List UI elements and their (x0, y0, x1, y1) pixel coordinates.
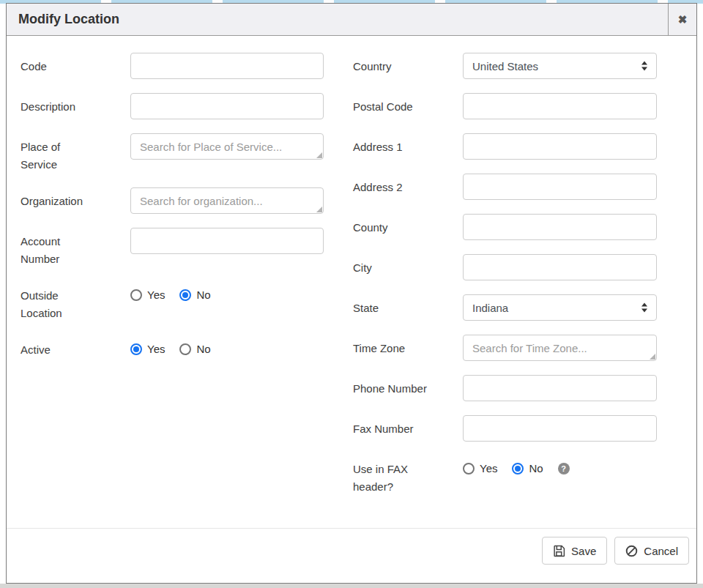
background-bottom-strip (0, 584, 703, 588)
use-in-fax-header-yes-radio[interactable] (463, 463, 475, 475)
floppy-save-icon (553, 545, 565, 557)
field-address1: Address 1 (353, 133, 657, 160)
description-label: Description (21, 93, 130, 116)
ban-cancel-icon (625, 545, 638, 557)
active-yes-label: Yes (147, 343, 165, 355)
active-label: Active (21, 336, 130, 359)
outside-location-no-option[interactable]: No (179, 289, 210, 301)
right-column: Country United States Postal Code (353, 53, 657, 528)
close-button[interactable]: ✖ (668, 4, 696, 35)
address1-label: Address 1 (353, 133, 463, 156)
dialog-header: Modify Location ✖ (7, 4, 696, 36)
select-caret-icon (641, 61, 648, 72)
field-description: Description (21, 93, 324, 119)
city-label: City (353, 254, 463, 277)
field-use-in-fax-header: Use in FAX header? Yes No ? (353, 455, 657, 496)
address2-input[interactable] (463, 174, 657, 200)
active-no-radio[interactable] (179, 343, 191, 355)
close-icon: ✖ (678, 13, 688, 26)
field-county: County (353, 214, 657, 240)
field-code: Code (21, 53, 324, 79)
phone-number-label: Phone Number (353, 375, 463, 398)
active-radio-group: Yes No (130, 343, 324, 355)
use-in-fax-header-no-option[interactable]: No (512, 462, 543, 475)
time-zone-search-input[interactable] (463, 335, 657, 361)
use-in-fax-header-yes-label: Yes (480, 462, 497, 475)
use-in-fax-header-no-label: No (529, 462, 543, 475)
country-select[interactable]: United States (463, 53, 657, 79)
select-caret-icon (641, 302, 648, 313)
state-select-value: Indiana (472, 302, 508, 314)
code-input[interactable] (130, 53, 324, 79)
use-in-fax-header-label: Use in FAX header? (353, 455, 463, 496)
field-postal-code: Postal Code (353, 93, 657, 119)
state-label: State (353, 294, 463, 317)
country-label: Country (353, 53, 463, 75)
outside-location-label: Outside Location (21, 282, 130, 322)
address1-input[interactable] (463, 133, 657, 160)
active-no-label: No (196, 343, 210, 355)
field-place-of-service: Place of Service (21, 133, 324, 174)
fax-number-label: Fax Number (353, 415, 463, 438)
state-select[interactable]: Indiana (463, 294, 657, 321)
field-country: Country United States (353, 53, 657, 79)
cancel-button[interactable]: Cancel (614, 537, 689, 565)
postal-code-label: Postal Code (353, 93, 463, 116)
outside-location-yes-label: Yes (147, 289, 165, 301)
dialog-title: Modify Location (7, 4, 668, 35)
help-icon[interactable]: ? (558, 463, 570, 475)
phone-number-input[interactable] (463, 375, 657, 401)
field-active: Active Yes No (21, 336, 324, 359)
field-time-zone: Time Zone (353, 335, 657, 361)
code-label: Code (21, 53, 130, 75)
active-yes-radio[interactable] (130, 343, 142, 355)
account-number-label: Account Number (21, 228, 130, 268)
save-button[interactable]: Save (542, 537, 607, 565)
left-column: Code Description Place of Service (21, 53, 324, 528)
field-state: State Indiana (353, 294, 657, 321)
field-outside-location: Outside Location Yes No (21, 282, 324, 322)
field-organization: Organization (21, 187, 324, 214)
organization-label: Organization (21, 187, 130, 210)
postal-code-input[interactable] (463, 93, 657, 119)
dialog-footer: Save Cancel (7, 528, 696, 583)
account-number-input[interactable] (130, 228, 324, 254)
description-input[interactable] (130, 93, 324, 119)
country-select-value: United States (472, 60, 538, 72)
resize-grip-icon (316, 206, 322, 212)
county-label: County (353, 214, 463, 237)
use-in-fax-header-yes-option[interactable]: Yes (463, 462, 497, 475)
outside-location-no-radio[interactable] (179, 289, 191, 301)
field-phone-number: Phone Number (353, 375, 657, 401)
field-account-number: Account Number (21, 228, 324, 268)
use-in-fax-header-radio-group: Yes No ? (463, 462, 657, 475)
modify-location-dialog: Modify Location ✖ Code Description Place… (6, 3, 697, 584)
resize-grip-icon (316, 152, 322, 158)
outside-location-yes-option[interactable]: Yes (130, 289, 165, 301)
active-no-option[interactable]: No (179, 343, 210, 355)
field-city: City (353, 254, 657, 280)
place-of-service-label: Place of Service (21, 133, 130, 174)
outside-location-no-label: No (196, 289, 210, 301)
field-fax-number: Fax Number (353, 415, 657, 442)
time-zone-label: Time Zone (353, 335, 463, 357)
outside-location-yes-radio[interactable] (130, 289, 142, 301)
place-of-service-search-input[interactable] (130, 133, 324, 160)
city-input[interactable] (463, 254, 657, 280)
active-yes-option[interactable]: Yes (130, 343, 165, 355)
county-input[interactable] (463, 214, 657, 240)
resize-grip-icon (650, 354, 655, 360)
field-address2: Address 2 (353, 174, 657, 200)
outside-location-radio-group: Yes No (130, 289, 324, 301)
dialog-body: Code Description Place of Service (7, 36, 696, 528)
organization-search-input[interactable] (130, 187, 324, 214)
use-in-fax-header-no-radio[interactable] (512, 463, 524, 475)
save-button-label: Save (571, 545, 596, 557)
cancel-button-label: Cancel (644, 545, 678, 557)
fax-number-input[interactable] (463, 415, 657, 442)
address2-label: Address 2 (353, 174, 463, 196)
